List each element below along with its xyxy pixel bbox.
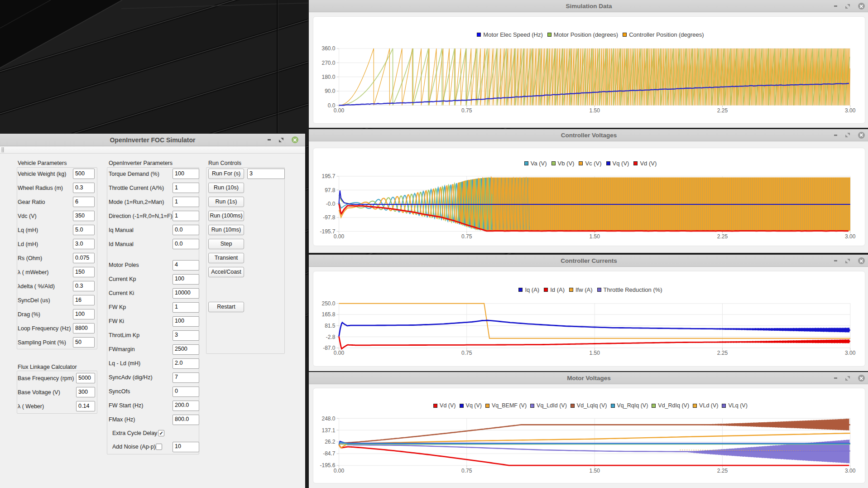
svg-text:2.25: 2.25 [717, 107, 728, 114]
svg-text:2.25: 2.25 [717, 350, 728, 356]
svg-text:-195.6: -195.6 [320, 462, 335, 469]
svg-text:1.50: 1.50 [589, 350, 600, 356]
svg-text:-195.7: -195.7 [320, 228, 335, 234]
svg-text:195.7: 195.7 [321, 173, 335, 179]
svg-text:1.50: 1.50 [589, 107, 600, 114]
svg-text:0.00: 0.00 [333, 350, 344, 356]
svg-text:248.0: 248.0 [321, 416, 335, 422]
svg-text:0.00: 0.00 [333, 107, 344, 114]
svg-text:3.00: 3.00 [845, 350, 856, 356]
svg-text:165.8: 165.8 [321, 311, 335, 318]
svg-text:270.0: 270.0 [321, 60, 335, 66]
svg-text:90.0: 90.0 [325, 88, 336, 94]
svg-text:-0.0: -0.0 [326, 200, 335, 207]
svg-text:97.8: 97.8 [325, 187, 336, 193]
svg-text:0.00: 0.00 [333, 233, 344, 240]
svg-text:250.0: 250.0 [321, 300, 335, 307]
svg-text:0.75: 0.75 [461, 468, 472, 474]
svg-text:0.75: 0.75 [461, 350, 472, 356]
svg-text:180.0: 180.0 [321, 74, 335, 80]
svg-text:3.00: 3.00 [845, 468, 856, 474]
svg-text:-2.8: -2.8 [326, 334, 335, 340]
svg-text:2.25: 2.25 [717, 233, 728, 240]
svg-text:1.50: 1.50 [589, 468, 600, 474]
svg-text:81.5: 81.5 [325, 323, 336, 329]
svg-text:0.00: 0.00 [333, 468, 344, 474]
svg-text:26.2: 26.2 [325, 439, 336, 445]
svg-text:0.75: 0.75 [461, 107, 472, 114]
svg-text:3.00: 3.00 [845, 233, 856, 240]
svg-text:2.25: 2.25 [717, 468, 728, 474]
svg-text:0.75: 0.75 [461, 233, 472, 240]
svg-text:360.0: 360.0 [321, 45, 335, 52]
svg-text:3.00: 3.00 [845, 107, 856, 114]
svg-text:137.1: 137.1 [321, 427, 335, 434]
svg-text:-84.7: -84.7 [323, 450, 336, 457]
svg-text:-97.8: -97.8 [323, 214, 336, 221]
svg-text:1.50: 1.50 [589, 233, 600, 240]
